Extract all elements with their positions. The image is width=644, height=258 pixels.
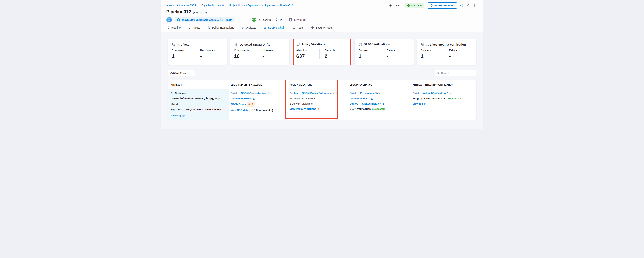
triggered-by-user: Lavakush (288, 18, 306, 22)
allow-list-violations: 637 Allow list violations (290, 97, 316, 100)
clock-icon (389, 4, 392, 7)
stage-link[interactable]: Deploy (290, 92, 298, 95)
breadcrumb-pipelines[interactable]: Pipelines (265, 4, 275, 7)
stat-repositories: Repositories - (195, 49, 223, 59)
chevron-right-icon (226, 5, 228, 6)
repository-icon (177, 18, 180, 22)
gear-icon (258, 18, 261, 22)
column-header-policy-violations: POLICY VIOLATIONS (288, 84, 348, 86)
trigger-stage-name[interactable]: P. (280, 18, 282, 21)
search-input[interactable] (441, 72, 476, 74)
breadcrumb-organization[interactable]: Organization: default (201, 4, 224, 7)
execution-meta-row: easybuggy-vulnerable-applic... main easy… (166, 17, 476, 23)
column-header-artifact-integrity: ARTIFACT INTEGRITY VERIFICATION (411, 84, 476, 86)
search-icon (437, 71, 440, 75)
trigger-info: easy-b... P. (252, 18, 282, 22)
signature-label: Signature: (171, 108, 183, 112)
stat-deny-list: Deny List 2 (320, 49, 348, 59)
view-log-link[interactable]: View log (171, 114, 181, 117)
stage-link[interactable]: Build (231, 92, 237, 95)
slsa-verification-label: SLSA Verification (350, 107, 371, 111)
card-artifact-integrity: Artifact Integrity Verification Success … (417, 39, 476, 65)
page-title: Pipeline012 (166, 9, 191, 14)
column-header-artifact: ARTIFACT (168, 84, 229, 86)
download-sbom-link[interactable]: Download SBOM (231, 97, 251, 100)
tab-policy-evaluations[interactable]: Policy Evaluations (207, 25, 234, 32)
sbom-score-link[interactable]: SBOM Score (231, 102, 246, 106)
tab-tests[interactable]: Tests (292, 25, 304, 32)
download-slsa-link[interactable]: Download SLSA (350, 97, 369, 100)
drift-components-note: (18 Components ) (252, 108, 273, 112)
chevron-right-icon (357, 92, 359, 94)
stat-components: Components 18 (234, 49, 257, 59)
build-id: (Build Id: 17) (193, 11, 207, 14)
rerun-pipeline-button[interactable]: Re-run Pipeline (428, 2, 457, 8)
step-link[interactable]: ProvenanceStep (360, 92, 380, 95)
stat-aiv-success: Success 1 (421, 49, 444, 59)
view-log-link[interactable]: View log (413, 102, 423, 106)
tab-inputs[interactable]: Inputs (188, 25, 200, 32)
stage-link[interactable]: Build (350, 92, 356, 95)
tab-pipeline[interactable]: Pipeline (166, 25, 181, 32)
check-circle-icon (407, 4, 410, 7)
search-box (435, 70, 476, 76)
card-title: Detected SBOM Drifts (240, 43, 270, 46)
column-header-sbom: SBOM AND DRIFT ANALYSIS (229, 84, 288, 86)
info-icon[interactable] (460, 4, 464, 7)
breadcrumb-row: Account: Automation-SSCA Organization: d… (166, 3, 476, 8)
column-header-slsa-provenance: SLSA PROVENANCE (348, 84, 411, 86)
table-header-row: ARTIFACT SBOM AND DRIFT ANALYSIS POLICY … (168, 80, 476, 89)
stage-link[interactable]: Deploy (350, 102, 358, 106)
user-name: Lavakush (294, 18, 306, 21)
summary-cards-row: Artifacts Containers 1 Repositories - (168, 39, 476, 65)
step-link[interactable]: ArtifactVerification_1 (423, 92, 448, 95)
chevron-right-icon (277, 5, 278, 6)
refresh-icon (430, 4, 433, 7)
card-title: Policy Violations (302, 42, 325, 46)
chevron-right-icon (381, 92, 383, 94)
step-link[interactable]: SBOM Policy Enforcement_1 (302, 92, 337, 95)
page-header: Account: Automation-SSCA Organization: d… (161, 0, 483, 32)
breadcrumb-current-pipeline[interactable]: Pipeline012 (280, 4, 293, 7)
artifact-tag: tag: v5 (171, 102, 178, 106)
view-sbom-drift-link[interactable]: View SBOM drift (231, 108, 250, 112)
sbom-cell: Build SBOM Orchestration_1 Download SBOM… (229, 89, 288, 120)
repo-branch-chip[interactable]: easybuggy-vulnerable-applic... main (174, 17, 234, 23)
title-row: Pipeline012 (Build Id: 17) (166, 9, 476, 15)
repo-name: easybuggy-vulnerable-applic... (182, 18, 219, 21)
chevron-right-icon (385, 103, 387, 105)
trigger-pipeline-name[interactable]: easy-b... (263, 18, 273, 21)
breadcrumb-project[interactable]: Project: Product Exploratory (229, 4, 260, 7)
artifacts-table: ARTIFACT SBOM AND DRIFT ANALYSIS POLICY … (168, 80, 476, 120)
tab-supply-chain[interactable]: Supply Chain (263, 25, 286, 32)
container-icon (171, 92, 174, 95)
view-policy-violations-link[interactable]: View Policy Violations (290, 107, 316, 111)
header-actions: 7m 11s SUCCESS Re-run Pipeline (389, 2, 476, 8)
tab-artifacts[interactable]: Artifacts (241, 25, 256, 32)
warning-icon (317, 107, 320, 111)
integrity-status-value: Successful (448, 97, 461, 100)
execution-duration: 7m 11s (389, 4, 402, 7)
chevron-right-icon (359, 103, 361, 105)
download-icon (252, 97, 255, 100)
sbom-document-icon (234, 42, 238, 46)
edit-pipeline-icon[interactable] (467, 4, 470, 7)
artifact-type-dropdown[interactable]: Artifact Type (168, 70, 195, 76)
breadcrumb-account[interactable]: Account: Automation-SSCA (166, 4, 196, 7)
dropdown-label: Artifact Type (170, 72, 186, 74)
filter-row: Artifact Type (168, 70, 476, 76)
shield-check-icon (296, 42, 300, 46)
card-title: SLSA Verifications (364, 42, 390, 46)
pipeline-avatar-icon (166, 17, 172, 22)
service-icon (252, 18, 256, 22)
tab-security-tests[interactable]: Security Tests (311, 25, 333, 32)
step-link[interactable]: SBOM Orchestration_1 (241, 92, 269, 95)
step-link[interactable]: SlsaVerification_1 (362, 102, 384, 106)
stage-link[interactable]: Build (413, 92, 419, 95)
chevron-right-icon (198, 5, 200, 6)
more-options-icon[interactable] (473, 4, 476, 7)
signature-value[interactable]: MEQCICde2Vjl...L+2+mqnOXw== (184, 107, 226, 112)
policy-violations-cell: Deploy SBOM Policy Enforcement_1 637 All… (288, 89, 348, 120)
branch-icon (222, 18, 225, 21)
package-icon (421, 42, 425, 46)
